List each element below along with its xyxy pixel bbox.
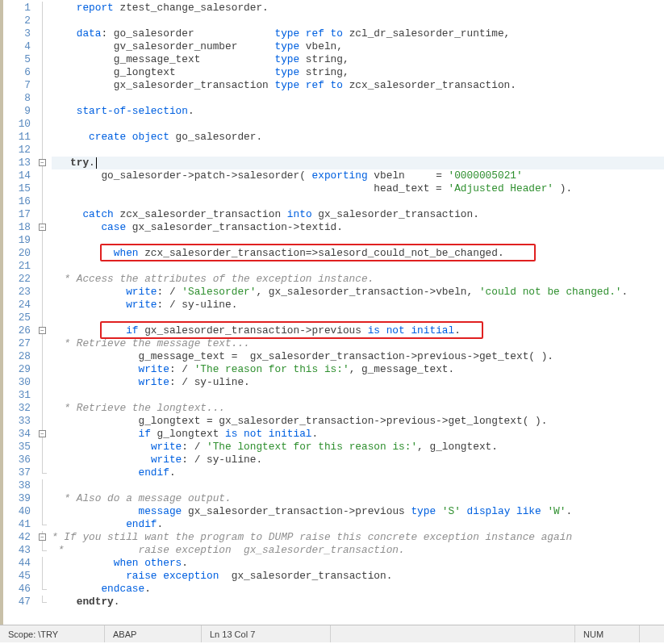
code-line[interactable]: message gx_salesorder_transaction->previ… <box>52 505 664 518</box>
token <box>52 118 58 130</box>
fold-slot[interactable]: − <box>35 157 52 169</box>
fold-minus-icon[interactable]: − <box>39 327 46 334</box>
token: . <box>144 583 151 595</box>
code-line[interactable]: * If you still want the program to DUMP … <box>52 531 664 544</box>
status-num: NUM <box>575 625 640 642</box>
code-line[interactable]: endcase. <box>52 583 664 596</box>
code-line[interactable] <box>52 195 664 208</box>
code-line[interactable]: report ztest_change_salesorder. <box>52 2 664 15</box>
fold-slot[interactable]: − <box>35 531 52 544</box>
code-line[interactable] <box>52 389 664 402</box>
token <box>52 92 58 104</box>
line-number: 37 <box>3 466 35 479</box>
code-line[interactable]: write: / 'The reason for this is:', g_me… <box>52 363 664 376</box>
code-area[interactable]: report ztest_change_salesorder. data: go… <box>52 0 664 625</box>
code-line[interactable]: head_text = 'Adjusted Header' ). <box>52 182 664 195</box>
fold-column[interactable]: −−−−− <box>35 0 52 625</box>
code-line[interactable]: gx_salesorder_transaction type ref to zc… <box>52 79 664 92</box>
code-line[interactable]: write: / sy-uline. <box>52 299 664 312</box>
fold-minus-icon[interactable]: − <box>39 224 46 231</box>
token: when others <box>114 557 182 569</box>
code-line[interactable]: g_message_text = gx_salesorder_transacti… <box>52 350 664 363</box>
code-line[interactable]: write: / 'The longtext for this reason i… <box>52 441 664 454</box>
line-number: 38 <box>3 479 35 492</box>
token: . <box>566 505 572 517</box>
token <box>52 247 114 259</box>
token: display like <box>467 505 541 517</box>
token: g_longtext = gx_salesorder_transaction->… <box>52 415 547 427</box>
fold-slot[interactable]: − <box>35 324 52 337</box>
token: message <box>139 505 182 517</box>
code-line[interactable]: go_salesorder->patch->salesorder( export… <box>52 169 664 182</box>
code-line[interactable]: endif. <box>52 466 664 479</box>
token: * Retrieve the message text... <box>52 337 250 349</box>
fold-slot <box>35 479 52 492</box>
fold-slot[interactable]: − <box>35 221 52 234</box>
fold-slot <box>35 570 52 583</box>
fold-slot <box>35 195 52 208</box>
code-line[interactable]: raise exception gx_salesorder_transactio… <box>52 570 664 583</box>
token: 'Salesorder' <box>182 286 256 298</box>
fold-minus-icon[interactable]: − <box>39 533 46 541</box>
code-line[interactable]: * Retrieve the longtext... <box>52 402 664 415</box>
token: type <box>274 53 299 65</box>
code-line[interactable]: write: / sy-uline. <box>52 454 664 466</box>
code-line[interactable]: write: / sy-uline. <box>52 376 664 389</box>
line-number: 33 <box>3 415 35 428</box>
code-line[interactable]: if gx_salesorder_transaction->previous i… <box>52 324 664 337</box>
token: * If you still want the program to DUMP … <box>52 531 572 543</box>
code-line[interactable] <box>52 92 664 105</box>
code-line[interactable] <box>52 144 664 157</box>
fold-minus-icon[interactable]: − <box>39 430 46 437</box>
code-line[interactable] <box>52 118 664 131</box>
code-line[interactable]: when others. <box>52 557 664 570</box>
token: gx_salesorder_transaction <box>52 79 274 91</box>
token <box>52 105 77 117</box>
code-line[interactable]: start-of-selection. <box>52 105 664 118</box>
line-number: 16 <box>3 195 35 208</box>
fold-slot <box>35 376 52 389</box>
code-line[interactable] <box>52 15 664 27</box>
code-line[interactable]: * Access the attributes of the exception… <box>52 273 664 286</box>
code-line[interactable]: create object go_salesorder. <box>52 131 664 144</box>
code-line[interactable]: gv_salesorder_number type vbeln, <box>52 40 664 53</box>
code-line[interactable]: try. <box>52 157 664 169</box>
code-line[interactable]: when zcx_salesorder_transaction=>salesor… <box>52 247 664 260</box>
token <box>52 389 58 401</box>
code-line[interactable]: endif. <box>52 518 664 531</box>
code-line[interactable]: if g_longtext is not initial. <box>52 428 664 441</box>
code-line[interactable]: * raise exception gx_salesorder_transact… <box>52 544 664 557</box>
code-line[interactable]: * Retrieve the message text... <box>52 337 664 350</box>
token: into <box>287 208 312 220</box>
token: : / <box>182 441 207 453</box>
token: type ref to <box>274 79 342 91</box>
line-number: 30 <box>3 376 35 389</box>
code-line[interactable] <box>52 260 664 273</box>
line-number: 25 <box>3 312 35 324</box>
code-line[interactable] <box>52 234 664 247</box>
code-line[interactable]: * Also do a message output. <box>52 492 664 505</box>
code-line[interactable]: g_longtext = gx_salesorder_transaction->… <box>52 415 664 428</box>
code-line[interactable]: g_longtext type string, <box>52 66 664 79</box>
code-line[interactable]: write: / 'Salesorder', gx_salesorder_tra… <box>52 286 664 299</box>
fold-minus-icon[interactable]: − <box>39 159 46 166</box>
line-number: 44 <box>3 557 35 570</box>
code-line[interactable]: data: go_salesorder type ref to zcl_dr_s… <box>52 27 664 40</box>
token: : / <box>169 363 194 375</box>
line-number-gutter[interactable]: 1234567891011121314151617181920212223242… <box>3 0 35 625</box>
fold-slot[interactable]: − <box>35 428 52 441</box>
code-line[interactable] <box>52 479 664 492</box>
token: try <box>70 157 89 169</box>
line-number: 47 <box>3 596 35 608</box>
code-line[interactable]: endtry. <box>52 596 664 608</box>
code-line[interactable]: g_message_text type string, <box>52 53 664 66</box>
token: write <box>126 286 157 298</box>
code-line[interactable] <box>52 312 664 324</box>
code-editor[interactable]: 1234567891011121314151617181920212223242… <box>0 0 664 625</box>
code-line[interactable]: case gx_salesorder_transaction->textid. <box>52 221 664 234</box>
line-number: 2 <box>3 15 35 27</box>
token <box>461 505 467 517</box>
status-pos: Ln 13 Col 7 <box>202 625 331 642</box>
code-line[interactable]: catch zcx_salesorder_transaction into gx… <box>52 208 664 221</box>
token <box>52 570 126 582</box>
